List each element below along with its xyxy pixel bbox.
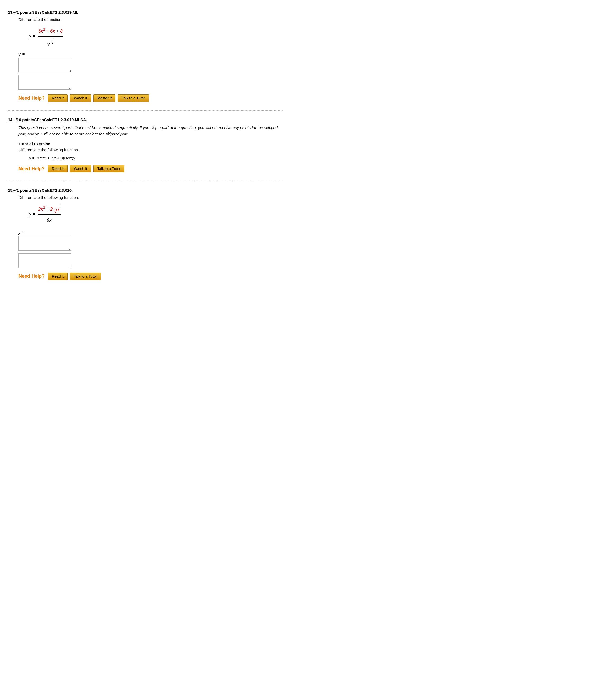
master-it-button-13[interactable]: Master It bbox=[93, 94, 115, 102]
problem-13: 13.–/1 pointsSEssCalcET1 2.3.019.MI. Dif… bbox=[8, 5, 283, 108]
problem-13-input-2[interactable] bbox=[19, 75, 71, 90]
problem-13-input-1[interactable] bbox=[19, 58, 71, 72]
problem-14-formula: y = (3 x^2 + 7 x + 3)/sqrt(x) bbox=[29, 156, 283, 160]
need-help-label-13: Need Help? bbox=[19, 96, 45, 101]
problem-14-tutorial-heading: Tutorial Exercise bbox=[19, 142, 283, 146]
talk-to-tutor-button-15[interactable]: Talk to a Tutor bbox=[70, 273, 101, 280]
problem-14: 14.–/10 pointsSEssCalcET1 2.3.019.MI.SA.… bbox=[8, 112, 283, 179]
problem-13-answer-label: y' = bbox=[19, 52, 283, 56]
problem-15-answer-label: y' = bbox=[19, 230, 283, 234]
divider-2 bbox=[8, 181, 283, 181]
need-help-label-15: Need Help? bbox=[19, 273, 45, 279]
problem-15-input-1[interactable] bbox=[19, 236, 71, 251]
divider-1 bbox=[8, 110, 283, 110]
problem-14-number: 14.–/10 pointsSEssCalcET1 2.3.019.MI.SA. bbox=[8, 118, 283, 122]
problem-14-instruction: Differentiate the following function. bbox=[19, 148, 283, 152]
problem-15-formula: y = 2x2 + 2 √ x 9x bbox=[29, 203, 283, 225]
watch-it-button-14[interactable]: Watch It bbox=[70, 165, 91, 172]
watch-it-button-13[interactable]: Watch It bbox=[70, 94, 91, 102]
problem-15-input-2[interactable] bbox=[19, 253, 71, 268]
problem-15: 15.–/1 pointsSEssCalcET1 2.3.020. Differ… bbox=[8, 183, 283, 286]
need-help-label-14: Need Help? bbox=[19, 166, 45, 172]
read-it-button-14[interactable]: Read It bbox=[48, 165, 68, 172]
problem-13-instruction: Differentiate the function. bbox=[19, 17, 283, 22]
problem-13-help-row: Need Help? Read It Watch It Master It Ta… bbox=[19, 94, 283, 102]
problem-15-instruction: Differentiate the following function. bbox=[19, 195, 283, 200]
problem-15-help-row: Need Help? Read It Talk to a Tutor bbox=[19, 273, 283, 280]
read-it-button-15[interactable]: Read It bbox=[48, 273, 68, 280]
problem-14-notice: This question has several parts that mus… bbox=[19, 125, 283, 137]
problem-15-number: 15.–/1 pointsSEssCalcET1 2.3.020. bbox=[8, 188, 283, 193]
read-it-button-13[interactable]: Read It bbox=[48, 94, 68, 102]
problem-14-help-row: Need Help? Read It Watch It Talk to a Tu… bbox=[19, 165, 283, 172]
talk-to-tutor-button-14[interactable]: Talk to a Tutor bbox=[93, 165, 125, 172]
problem-13-formula: y = 6x2 + 6x + 8 √ x bbox=[29, 25, 283, 47]
problem-13-number: 13.–/1 pointsSEssCalcET1 2.3.019.MI. bbox=[8, 10, 283, 15]
problem-15-body: Differentiate the following function. y … bbox=[19, 195, 283, 280]
talk-to-tutor-button-13[interactable]: Talk to a Tutor bbox=[118, 94, 149, 102]
problem-14-body: This question has several parts that mus… bbox=[19, 125, 283, 172]
problem-13-body: Differentiate the function. y = 6x2 + 6x… bbox=[19, 17, 283, 102]
